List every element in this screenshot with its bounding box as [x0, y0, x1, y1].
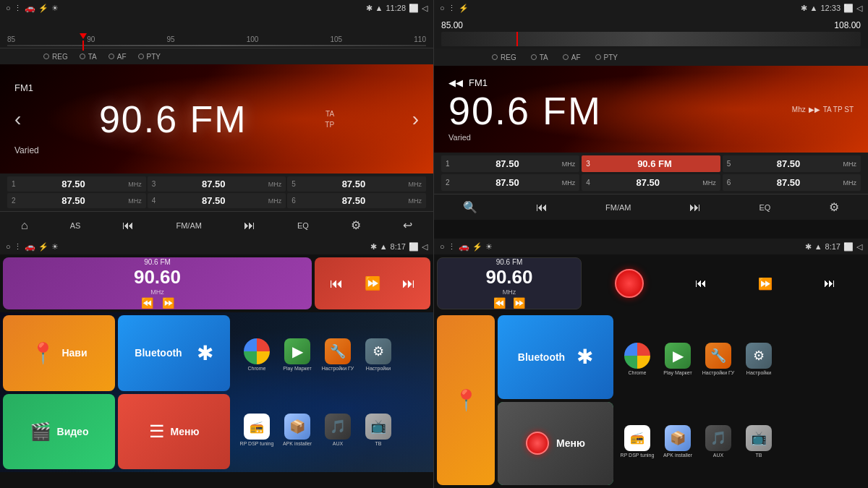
right-apk-icon[interactable]: 📦 APK installer: [660, 425, 696, 458]
left-aux-icon[interactable]: 🎵 AUX: [320, 414, 356, 446]
left-chrome-icon[interactable]: Chrome: [239, 338, 275, 371]
left-preset-4[interactable]: 4 87.50 MHz: [148, 193, 286, 208]
aux-label: AUX: [333, 441, 343, 446]
chrome-label: Chrome: [248, 366, 266, 371]
as-btn[interactable]: AS: [70, 221, 81, 230]
right-radio-toolbar: 🔍 ⏮ FM/AM ⏭ EQ ⚙: [434, 194, 868, 220]
right-tv-icon[interactable]: 📺 TB: [741, 425, 777, 458]
right-opt-ta[interactable]: TA: [531, 53, 548, 61]
right-preset-4[interactable]: 4 87.50 MHz: [582, 174, 720, 191]
time-display: 11:28: [386, 4, 406, 12]
left-rp-icon[interactable]: 📻 RP DSP tuning: [239, 414, 275, 446]
left-play-icon[interactable]: ▶ Play Маркет: [279, 338, 315, 371]
left-preset-2[interactable]: 2 87.50 MHz: [7, 193, 146, 208]
home-btn[interactable]: ⌂: [21, 219, 28, 232]
right-radio-section: ○ ⋮ ⚡ ✱ ▲ 12:33 ⬜ ◁ 85.00 108.00: [434, 0, 868, 239]
left-settings-icon[interactable]: ⚙ Настройки: [360, 338, 396, 371]
apk-label: APK installer: [283, 441, 312, 446]
right-aux-icon[interactable]: 🎵 AUX: [700, 425, 736, 458]
circle-icon: ○: [6, 4, 11, 12]
right-menu-rec-btn[interactable]: [526, 432, 549, 455]
right-radio-right: Mhz ▶▶ TA TP ST: [792, 106, 854, 114]
right-opt-pty[interactable]: PTY: [595, 53, 618, 61]
right-search-btn[interactable]: 🔍: [463, 200, 477, 214]
right-preset-6[interactable]: 6 87.50 MHz: [723, 174, 861, 191]
left-opt-reg[interactable]: REG: [43, 53, 68, 61]
right-play-ctrl-next[interactable]: ⏭: [824, 277, 835, 290]
left-video-tile[interactable]: 🎬 Видео: [3, 394, 115, 470]
left-opt-ta[interactable]: TA: [80, 53, 97, 61]
right-radio-left: ◀◀ FM1 90.6 FM Varied: [448, 77, 602, 142]
right-media-card[interactable]: 90.6 FM 90.60 MHz ⏪ ⏩: [437, 257, 582, 309]
right-opt-reg[interactable]: REG: [492, 53, 516, 61]
right-prev-skip[interactable]: ◀◀: [448, 77, 463, 88]
brightness-icon: ☀: [51, 4, 59, 13]
left-preset-1[interactable]: 1 87.50 MHz: [7, 176, 146, 192]
left-opt-pty[interactable]: PTY: [138, 53, 161, 61]
right-settingsgu-icon[interactable]: 🔧 Настройки ГУ: [700, 343, 736, 375]
ta-label: TA: [88, 53, 97, 61]
right-media-prev[interactable]: ⏪: [493, 297, 506, 309]
prev-btn[interactable]: ⏮: [122, 219, 134, 232]
aux-img: 🎵: [325, 414, 351, 440]
right-rec-btn[interactable]: [615, 269, 644, 298]
eq-btn[interactable]: EQ: [297, 221, 309, 230]
left-bluetooth-label: Bluetooth: [135, 347, 182, 359]
right-play-ctrl-play[interactable]: ⏩: [758, 277, 773, 291]
left-media-prev[interactable]: ⏪: [141, 297, 153, 309]
right-tuner-needle: [516, 32, 518, 46]
left-opt-af[interactable]: AF: [109, 53, 127, 61]
left-next-btn[interactable]: ›: [412, 108, 419, 131]
next-btn[interactable]: ⏭: [244, 219, 255, 232]
right-preset-5[interactable]: 5 87.50 MHz: [723, 155, 861, 172]
right-eq-btn[interactable]: EQ: [759, 203, 770, 212]
left-red-prev[interactable]: ⏮: [330, 276, 343, 291]
left-scale-marks: 85 90 95 100 105 110: [0, 35, 433, 43]
left-prev-btn[interactable]: ‹: [14, 108, 21, 131]
right-next-skip[interactable]: ▶▶: [809, 106, 820, 114]
right-preset-3[interactable]: 3 90.6 FM: [582, 155, 720, 172]
left-red-play[interactable]: ⏩: [365, 275, 380, 291]
right-navi-tile[interactable]: 📍: [437, 315, 495, 485]
left-media-next[interactable]: ⏩: [162, 297, 174, 309]
left-settingsgu-icon[interactable]: 🔧 Настройки ГУ: [320, 338, 356, 371]
right-settings-btn[interactable]: ⚙: [829, 200, 839, 214]
left-preset-3[interactable]: 3 87.50 MHz: [148, 176, 286, 192]
left-bluetooth-tile[interactable]: Bluetooth ✱: [118, 315, 230, 391]
right-next-btn[interactable]: ⏭: [689, 201, 701, 214]
right-rp-icon[interactable]: 📻 RP DSP tuning: [619, 425, 655, 458]
right-preset-2[interactable]: 2 87.50 MHz: [441, 174, 579, 191]
right-play-icon[interactable]: ▶ Play Маркет: [660, 343, 696, 375]
right-status-bar: ○ ⋮ ⚡ ✱ ▲ 12:33 ⬜ ◁: [434, 0, 868, 16]
right-prev-btn[interactable]: ⏮: [536, 201, 548, 214]
settings-img: ⚙: [365, 338, 391, 364]
left-freq-row: ‹ 90.6 FM TA TP ›: [14, 98, 419, 141]
left-preset-5[interactable]: 5 87.50 MHz: [287, 176, 426, 192]
left-tv-icon[interactable]: 📺 TB: [360, 414, 396, 446]
settings-btn[interactable]: ⚙: [351, 218, 361, 232]
right-bt-status: ✱: [801, 4, 807, 13]
left-media-fm-label: 90.6 FM: [144, 258, 171, 266]
right-media-next[interactable]: ⏩: [513, 297, 525, 309]
right-menu-tile[interactable]: Меню: [498, 402, 613, 486]
left-preset-6[interactable]: 6 87.50 MHz: [287, 193, 426, 208]
left-apk-icon[interactable]: 📦 APK installer: [279, 414, 315, 446]
usb-icon2: ⚡: [38, 242, 48, 252]
left-menu-tile[interactable]: ☰ Меню: [118, 394, 230, 470]
right-bluetooth-tile[interactable]: Bluetooth ✱: [498, 315, 613, 399]
fmam-btn[interactable]: FM/AM: [176, 221, 201, 230]
tv-label: TB: [375, 441, 382, 446]
right-fmam-btn[interactable]: FM/AM: [605, 203, 631, 212]
bluetooth-icon: ✱: [197, 341, 213, 365]
right-play-ctrl-prev[interactable]: ⏮: [695, 277, 707, 290]
right-tuner-end: 108.00: [834, 20, 861, 30]
left-red-next[interactable]: ⏭: [402, 276, 415, 291]
right-preset-1[interactable]: 1 87.50 MHz: [441, 155, 579, 172]
left-media-fm-card[interactable]: 90.6 FM 90.60 MHz ⏪ ⏩: [3, 257, 312, 309]
settingsgu-label: Настройки ГУ: [322, 366, 354, 371]
back-btn[interactable]: ↩: [403, 218, 412, 232]
right-settings-icon[interactable]: ⚙ Настройки: [741, 343, 777, 375]
right-opt-af[interactable]: AF: [563, 53, 581, 61]
left-navi-tile[interactable]: 📍 Нави: [3, 315, 115, 391]
right-chrome-icon[interactable]: Chrome: [619, 343, 655, 375]
